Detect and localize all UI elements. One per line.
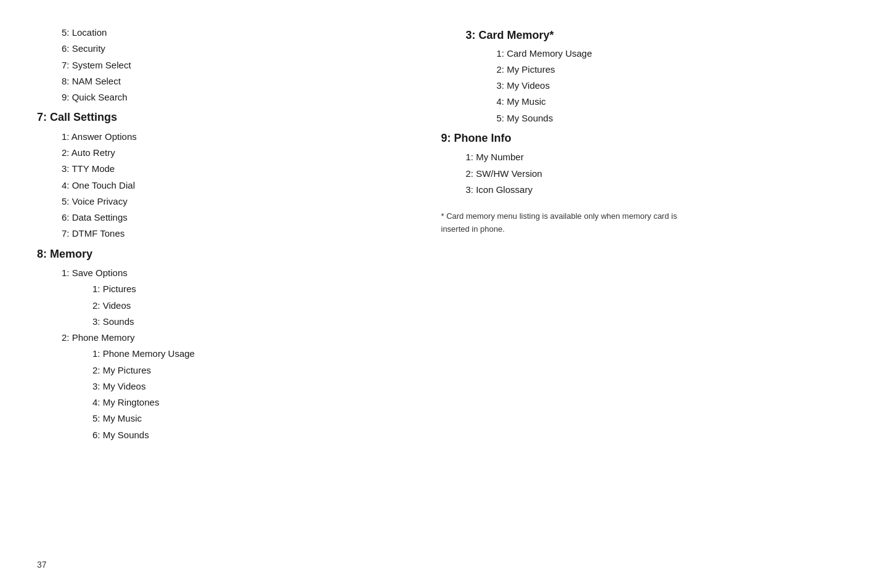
list-item: 5: Location [37,25,441,41]
list-item: 4: My Music [441,94,846,110]
list-item: 2: My Pictures [441,62,846,78]
list-item: 1: Phone Memory Usage [37,346,441,362]
right-column: 3: Card Memory*1: Card Memory Usage2: My… [441,18,846,443]
list-item: 5: My Music [37,410,441,427]
right-menu-list: 3: Card Memory*1: Card Memory Usage2: My… [441,26,846,198]
page-number: 37 [37,560,47,570]
list-item: 3: Icon Glossary [441,182,846,198]
list-item: 5: My Sounds [441,110,846,126]
left-column: 5: Location6: Security7: System Select8:… [37,18,441,443]
list-item: 6: My Sounds [37,427,441,443]
list-item: 1: Card Memory Usage [441,46,846,62]
list-item: 3: My Videos [37,378,441,394]
list-item: 9: Quick Search [37,89,441,105]
list-item: 1: Pictures [37,281,441,297]
list-item: 2: Auto Retry [37,145,441,161]
list-item: 3: Sounds [37,314,441,330]
list-item: 6: Data Settings [37,210,441,226]
list-item: 3: My Videos [441,78,846,94]
list-item: 2: Videos [37,298,441,314]
list-item: 5: Voice Privacy [37,194,441,210]
list-item: 4: My Ringtones [37,394,441,410]
left-menu-list: 5: Location6: Security7: System Select8:… [37,25,441,443]
footnote-text: * Card memory menu listing is available … [441,210,700,236]
list-item: 1: Answer Options [37,129,441,145]
list-item: 8: NAM Select [37,73,441,89]
list-item: 8: Memory [37,245,441,264]
list-item: 3: Card Memory* [441,26,846,46]
list-item: 2: My Pictures [37,362,441,378]
list-item: 3: TTY Mode [37,161,441,177]
list-item: 7: System Select [37,57,441,73]
list-item: 7: DTMF Tones [37,226,441,242]
list-item: 9: Phone Info [441,129,846,149]
list-item: 1: My Number [441,149,846,165]
list-item: 1: Save Options [37,265,441,281]
list-item: 2: Phone Memory [37,330,441,346]
list-item: 2: SW/HW Version [441,166,846,182]
list-item: 7: Call Settings [37,108,441,128]
list-item: 4: One Touch Dial [37,178,441,194]
list-item: 6: Security [37,41,441,57]
